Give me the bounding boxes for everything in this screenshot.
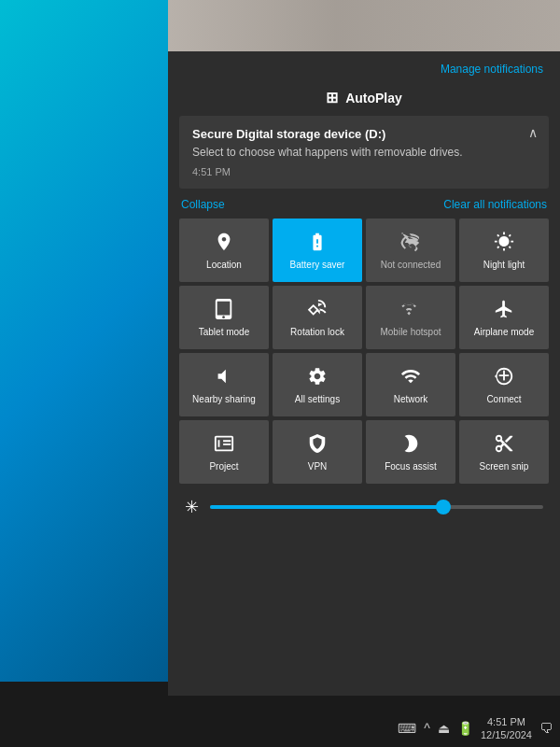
taskbar-date: 12/15/2024 <box>481 728 532 741</box>
all-settings-label: All settings <box>295 394 340 405</box>
connect-label: Connect <box>486 394 521 405</box>
not-connected-label: Not connected <box>381 260 441 271</box>
mobile-hotspot-icon <box>400 299 421 322</box>
brightness-slider-fill <box>210 505 443 509</box>
nearby-sharing-icon <box>214 366 234 389</box>
tile-all-settings[interactable]: All settings <box>273 353 362 416</box>
tablet-mode-icon <box>214 299 234 322</box>
notification-collapse-chevron[interactable]: ∧ <box>528 125 538 140</box>
notification-time: 4:51 PM <box>192 166 536 177</box>
network-label: Network <box>394 394 428 405</box>
notification-header: ⊞ AutoPlay <box>179 83 549 116</box>
autoplay-icon: ⊞ <box>326 89 338 106</box>
battery-saver-label: Battery saver <box>290 260 345 271</box>
focus-assist-icon <box>400 433 421 457</box>
battery-saver-icon <box>307 232 328 255</box>
tile-screen-snip[interactable]: Screen snip <box>459 420 549 484</box>
taskbar-clock[interactable]: 4:51 PM 12/15/2024 <box>481 715 532 742</box>
all-settings-icon <box>307 366 328 389</box>
taskbar-chevron-icon[interactable]: ^ <box>424 721 430 736</box>
desktop-background <box>0 0 168 682</box>
tile-location[interactable]: Location <box>179 218 269 282</box>
taskbar-battery-icon[interactable]: 🔋 <box>457 721 473 736</box>
night-light-icon <box>494 232 514 255</box>
tile-night-light[interactable]: Night light <box>459 218 549 282</box>
tile-airplane-mode[interactable]: Airplane mode <box>459 286 549 349</box>
brightness-row: ✳ <box>168 484 560 530</box>
quick-actions-grid: LocationBattery saverNot connectedNight … <box>168 218 560 484</box>
taskbar-usb-icon[interactable]: ⏏ <box>438 721 450 736</box>
project-icon <box>214 433 234 457</box>
tile-vpn[interactable]: VPN <box>273 420 362 484</box>
mobile-hotspot-label: Mobile hotspot <box>380 327 441 338</box>
tile-mobile-hotspot[interactable]: Mobile hotspot <box>366 286 455 349</box>
tile-connect[interactable]: Connect <box>459 353 549 416</box>
notification-card[interactable]: Secure Digital storage device (D:) Selec… <box>179 116 549 189</box>
airplane-mode-label: Airplane mode <box>474 327 534 338</box>
manage-notifications-link[interactable]: Manage notifications <box>168 51 560 83</box>
nearby-sharing-label: Nearby sharing <box>192 394 256 405</box>
brightness-slider[interactable] <box>210 505 543 509</box>
rotation-lock-label: Rotation lock <box>290 327 344 338</box>
taskbar-time: 4:51 PM <box>487 715 525 728</box>
notification-section: ⊞ AutoPlay Secure Digital storage device… <box>168 83 560 189</box>
focus-assist-label: Focus assist <box>385 461 437 472</box>
tile-focus-assist[interactable]: Focus assist <box>366 420 455 484</box>
taskbar-notification-icon[interactable]: 🗨 <box>539 721 553 736</box>
network-icon <box>400 366 421 389</box>
tile-project[interactable]: Project <box>179 420 269 484</box>
action-center: Manage notifications ⊞ AutoPlay Secure D… <box>168 51 560 696</box>
taskbar: ⌨ ^ ⏏ 🔋 4:51 PM 12/15/2024 🗨 <box>0 710 560 747</box>
tile-not-connected[interactable]: Not connected <box>366 218 455 282</box>
autoplay-label: AutoPlay <box>345 91 402 106</box>
airplane-mode-icon <box>494 299 514 322</box>
connect-icon <box>494 366 514 389</box>
tile-battery-saver[interactable]: Battery saver <box>273 218 362 282</box>
vpn-icon <box>307 433 328 457</box>
location-icon <box>214 232 234 255</box>
screen-snip-label: Screen snip <box>480 461 529 472</box>
tablet-mode-label: Tablet mode <box>199 327 249 338</box>
notification-title: Secure Digital storage device (D:) <box>192 127 536 141</box>
rotation-lock-icon <box>307 299 328 322</box>
vpn-label: VPN <box>308 461 328 472</box>
taskbar-keyboard-icon[interactable]: ⌨ <box>398 721 416 736</box>
collapse-link[interactable]: Collapse <box>181 198 225 211</box>
tile-nearby-sharing[interactable]: Nearby sharing <box>179 353 269 416</box>
notification-actions-row: Collapse Clear all notifications <box>168 189 560 218</box>
clear-all-link[interactable]: Clear all notifications <box>443 198 547 211</box>
tile-tablet-mode[interactable]: Tablet mode <box>179 286 269 349</box>
notification-body: Select to choose what happens with remov… <box>192 145 536 161</box>
location-label: Location <box>206 260 242 271</box>
brightness-icon: ✳ <box>185 497 199 517</box>
not-connected-icon <box>400 232 421 255</box>
tile-network[interactable]: Network <box>366 353 455 416</box>
night-light-label: Night light <box>483 260 525 271</box>
brightness-slider-thumb[interactable] <box>436 500 451 514</box>
tile-rotation-lock[interactable]: Rotation lock <box>273 286 362 349</box>
screen-snip-icon <box>494 433 514 457</box>
project-label: Project <box>209 461 238 472</box>
